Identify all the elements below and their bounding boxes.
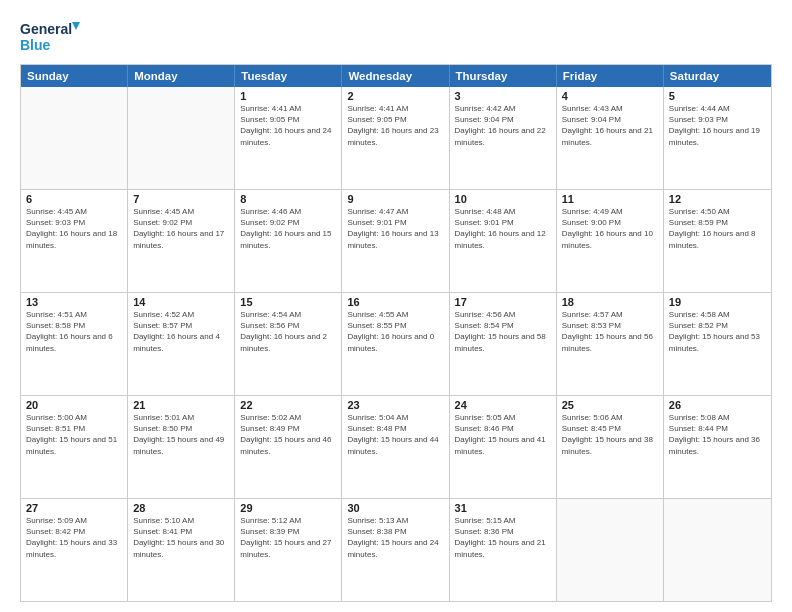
cal-cell-22: 22Sunrise: 5:02 AMSunset: 8:49 PMDayligh… bbox=[235, 396, 342, 498]
calendar: SundayMondayTuesdayWednesdayThursdayFrid… bbox=[20, 64, 772, 602]
cal-header-monday: Monday bbox=[128, 65, 235, 87]
day-info: Sunrise: 5:04 AMSunset: 8:48 PMDaylight:… bbox=[347, 412, 443, 457]
cal-cell-23: 23Sunrise: 5:04 AMSunset: 8:48 PMDayligh… bbox=[342, 396, 449, 498]
cal-cell-29: 29Sunrise: 5:12 AMSunset: 8:39 PMDayligh… bbox=[235, 499, 342, 601]
cal-header-friday: Friday bbox=[557, 65, 664, 87]
day-number: 29 bbox=[240, 502, 336, 514]
day-info: Sunrise: 5:09 AMSunset: 8:42 PMDaylight:… bbox=[26, 515, 122, 560]
cal-cell-31: 31Sunrise: 5:15 AMSunset: 8:36 PMDayligh… bbox=[450, 499, 557, 601]
day-info: Sunrise: 4:50 AMSunset: 8:59 PMDaylight:… bbox=[669, 206, 766, 251]
day-info: Sunrise: 5:10 AMSunset: 8:41 PMDaylight:… bbox=[133, 515, 229, 560]
day-info: Sunrise: 5:00 AMSunset: 8:51 PMDaylight:… bbox=[26, 412, 122, 457]
day-info: Sunrise: 4:42 AMSunset: 9:04 PMDaylight:… bbox=[455, 103, 551, 148]
day-number: 28 bbox=[133, 502, 229, 514]
day-info: Sunrise: 4:43 AMSunset: 9:04 PMDaylight:… bbox=[562, 103, 658, 148]
cal-cell-8: 8Sunrise: 4:46 AMSunset: 9:02 PMDaylight… bbox=[235, 190, 342, 292]
page: General Blue SundayMondayTuesdayWednesda… bbox=[0, 0, 792, 612]
day-info: Sunrise: 4:41 AMSunset: 9:05 PMDaylight:… bbox=[240, 103, 336, 148]
cal-cell-24: 24Sunrise: 5:05 AMSunset: 8:46 PMDayligh… bbox=[450, 396, 557, 498]
day-number: 1 bbox=[240, 90, 336, 102]
cal-cell-7: 7Sunrise: 4:45 AMSunset: 9:02 PMDaylight… bbox=[128, 190, 235, 292]
cal-cell-18: 18Sunrise: 4:57 AMSunset: 8:53 PMDayligh… bbox=[557, 293, 664, 395]
day-number: 4 bbox=[562, 90, 658, 102]
day-info: Sunrise: 5:01 AMSunset: 8:50 PMDaylight:… bbox=[133, 412, 229, 457]
day-number: 12 bbox=[669, 193, 766, 205]
day-info: Sunrise: 4:51 AMSunset: 8:58 PMDaylight:… bbox=[26, 309, 122, 354]
cal-header-tuesday: Tuesday bbox=[235, 65, 342, 87]
day-info: Sunrise: 4:48 AMSunset: 9:01 PMDaylight:… bbox=[455, 206, 551, 251]
cal-cell-empty-0-1 bbox=[128, 87, 235, 189]
day-number: 6 bbox=[26, 193, 122, 205]
day-info: Sunrise: 5:12 AMSunset: 8:39 PMDaylight:… bbox=[240, 515, 336, 560]
cal-cell-11: 11Sunrise: 4:49 AMSunset: 9:00 PMDayligh… bbox=[557, 190, 664, 292]
cal-cell-20: 20Sunrise: 5:00 AMSunset: 8:51 PMDayligh… bbox=[21, 396, 128, 498]
day-info: Sunrise: 4:45 AMSunset: 9:02 PMDaylight:… bbox=[133, 206, 229, 251]
cal-cell-21: 21Sunrise: 5:01 AMSunset: 8:50 PMDayligh… bbox=[128, 396, 235, 498]
day-info: Sunrise: 4:56 AMSunset: 8:54 PMDaylight:… bbox=[455, 309, 551, 354]
day-info: Sunrise: 4:45 AMSunset: 9:03 PMDaylight:… bbox=[26, 206, 122, 251]
day-info: Sunrise: 4:47 AMSunset: 9:01 PMDaylight:… bbox=[347, 206, 443, 251]
cal-cell-15: 15Sunrise: 4:54 AMSunset: 8:56 PMDayligh… bbox=[235, 293, 342, 395]
day-info: Sunrise: 4:54 AMSunset: 8:56 PMDaylight:… bbox=[240, 309, 336, 354]
cal-cell-19: 19Sunrise: 4:58 AMSunset: 8:52 PMDayligh… bbox=[664, 293, 771, 395]
cal-week-1: 1Sunrise: 4:41 AMSunset: 9:05 PMDaylight… bbox=[21, 87, 771, 189]
day-number: 8 bbox=[240, 193, 336, 205]
cal-cell-empty-0-0 bbox=[21, 87, 128, 189]
logo: General Blue bbox=[20, 16, 80, 56]
cal-cell-10: 10Sunrise: 4:48 AMSunset: 9:01 PMDayligh… bbox=[450, 190, 557, 292]
cal-cell-empty-4-5 bbox=[557, 499, 664, 601]
day-number: 19 bbox=[669, 296, 766, 308]
header: General Blue bbox=[20, 16, 772, 56]
day-number: 24 bbox=[455, 399, 551, 411]
cal-cell-9: 9Sunrise: 4:47 AMSunset: 9:01 PMDaylight… bbox=[342, 190, 449, 292]
day-number: 22 bbox=[240, 399, 336, 411]
day-info: Sunrise: 4:44 AMSunset: 9:03 PMDaylight:… bbox=[669, 103, 766, 148]
cal-week-5: 27Sunrise: 5:09 AMSunset: 8:42 PMDayligh… bbox=[21, 498, 771, 601]
cal-cell-4: 4Sunrise: 4:43 AMSunset: 9:04 PMDaylight… bbox=[557, 87, 664, 189]
calendar-body: 1Sunrise: 4:41 AMSunset: 9:05 PMDaylight… bbox=[21, 87, 771, 601]
cal-week-3: 13Sunrise: 4:51 AMSunset: 8:58 PMDayligh… bbox=[21, 292, 771, 395]
cal-header-sunday: Sunday bbox=[21, 65, 128, 87]
day-info: Sunrise: 5:02 AMSunset: 8:49 PMDaylight:… bbox=[240, 412, 336, 457]
day-number: 13 bbox=[26, 296, 122, 308]
logo-icon: General Blue bbox=[20, 16, 80, 56]
cal-cell-5: 5Sunrise: 4:44 AMSunset: 9:03 PMDaylight… bbox=[664, 87, 771, 189]
day-number: 27 bbox=[26, 502, 122, 514]
day-info: Sunrise: 5:06 AMSunset: 8:45 PMDaylight:… bbox=[562, 412, 658, 457]
day-number: 31 bbox=[455, 502, 551, 514]
cal-week-4: 20Sunrise: 5:00 AMSunset: 8:51 PMDayligh… bbox=[21, 395, 771, 498]
cal-week-2: 6Sunrise: 4:45 AMSunset: 9:03 PMDaylight… bbox=[21, 189, 771, 292]
cal-cell-3: 3Sunrise: 4:42 AMSunset: 9:04 PMDaylight… bbox=[450, 87, 557, 189]
cal-cell-empty-4-6 bbox=[664, 499, 771, 601]
day-info: Sunrise: 4:49 AMSunset: 9:00 PMDaylight:… bbox=[562, 206, 658, 251]
day-number: 2 bbox=[347, 90, 443, 102]
day-info: Sunrise: 4:57 AMSunset: 8:53 PMDaylight:… bbox=[562, 309, 658, 354]
day-number: 9 bbox=[347, 193, 443, 205]
svg-text:General: General bbox=[20, 21, 72, 37]
day-info: Sunrise: 5:13 AMSunset: 8:38 PMDaylight:… bbox=[347, 515, 443, 560]
day-info: Sunrise: 4:55 AMSunset: 8:55 PMDaylight:… bbox=[347, 309, 443, 354]
cal-header-thursday: Thursday bbox=[450, 65, 557, 87]
cal-header-wednesday: Wednesday bbox=[342, 65, 449, 87]
day-number: 23 bbox=[347, 399, 443, 411]
cal-cell-13: 13Sunrise: 4:51 AMSunset: 8:58 PMDayligh… bbox=[21, 293, 128, 395]
day-info: Sunrise: 4:41 AMSunset: 9:05 PMDaylight:… bbox=[347, 103, 443, 148]
cal-cell-28: 28Sunrise: 5:10 AMSunset: 8:41 PMDayligh… bbox=[128, 499, 235, 601]
day-number: 15 bbox=[240, 296, 336, 308]
cal-cell-26: 26Sunrise: 5:08 AMSunset: 8:44 PMDayligh… bbox=[664, 396, 771, 498]
day-number: 17 bbox=[455, 296, 551, 308]
cal-header-saturday: Saturday bbox=[664, 65, 771, 87]
day-number: 16 bbox=[347, 296, 443, 308]
day-number: 21 bbox=[133, 399, 229, 411]
cal-cell-2: 2Sunrise: 4:41 AMSunset: 9:05 PMDaylight… bbox=[342, 87, 449, 189]
day-info: Sunrise: 4:58 AMSunset: 8:52 PMDaylight:… bbox=[669, 309, 766, 354]
day-info: Sunrise: 5:05 AMSunset: 8:46 PMDaylight:… bbox=[455, 412, 551, 457]
cal-cell-6: 6Sunrise: 4:45 AMSunset: 9:03 PMDaylight… bbox=[21, 190, 128, 292]
cal-cell-14: 14Sunrise: 4:52 AMSunset: 8:57 PMDayligh… bbox=[128, 293, 235, 395]
day-number: 5 bbox=[669, 90, 766, 102]
day-number: 26 bbox=[669, 399, 766, 411]
day-number: 20 bbox=[26, 399, 122, 411]
cal-cell-12: 12Sunrise: 4:50 AMSunset: 8:59 PMDayligh… bbox=[664, 190, 771, 292]
day-number: 25 bbox=[562, 399, 658, 411]
day-number: 11 bbox=[562, 193, 658, 205]
